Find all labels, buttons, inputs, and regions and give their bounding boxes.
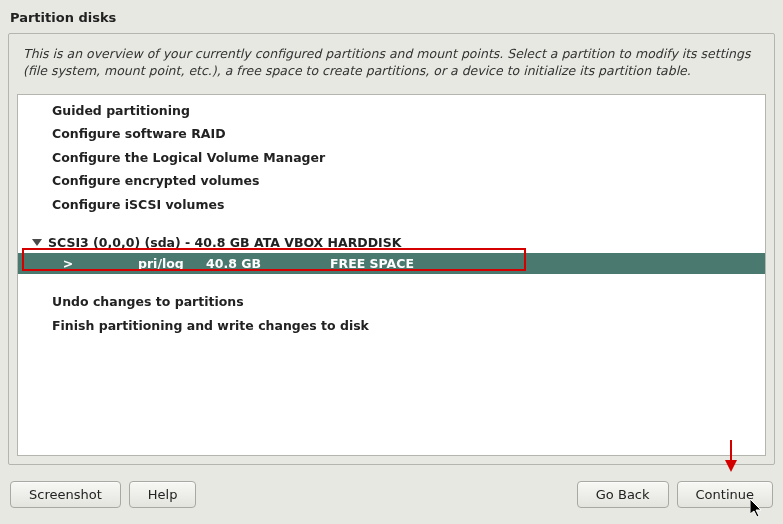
page-title: Partition disks [0,0,783,33]
menu-configure-raid[interactable]: Configure software RAID [18,122,765,146]
disk-label: SCSI3 (0,0,0) (sda) - 40.8 GB ATA VBOX H… [48,235,401,250]
partition-free-space[interactable]: > pri/log 40.8 GB FREE SPACE [18,253,765,274]
menu-configure-encrypted[interactable]: Configure encrypted volumes [18,169,765,193]
list-spacer [18,274,765,290]
menu-finish-partitioning[interactable]: Finish partitioning and write changes to… [18,314,765,338]
go-back-button[interactable]: Go Back [577,481,669,508]
partition-marker: > [58,256,78,271]
instructions-text: This is an overview of your currently co… [9,34,774,90]
list-spacer [18,216,765,232]
help-button[interactable]: Help [129,481,197,508]
menu-configure-iscsi[interactable]: Configure iSCSI volumes [18,193,765,217]
continue-button[interactable]: Continue [677,481,773,508]
screenshot-button[interactable]: Screenshot [10,481,121,508]
menu-guided-partitioning[interactable]: Guided partitioning [18,99,765,123]
button-spacer [204,481,568,508]
button-bar: Screenshot Help Go Back Continue [0,481,783,508]
partition-size: 40.8 GB [206,256,270,271]
menu-undo-changes[interactable]: Undo changes to partitions [18,290,765,314]
partition-panel: This is an overview of your currently co… [8,33,775,465]
menu-configure-lvm[interactable]: Configure the Logical Volume Manager [18,146,765,170]
partition-usage: FREE SPACE [330,256,414,271]
partition-type: pri/log [138,256,206,271]
disk-header[interactable]: SCSI3 (0,0,0) (sda) - 40.8 GB ATA VBOX H… [18,232,765,253]
partition-listbox: Guided partitioning Configure software R… [17,94,766,456]
expand-triangle-icon [32,239,42,246]
